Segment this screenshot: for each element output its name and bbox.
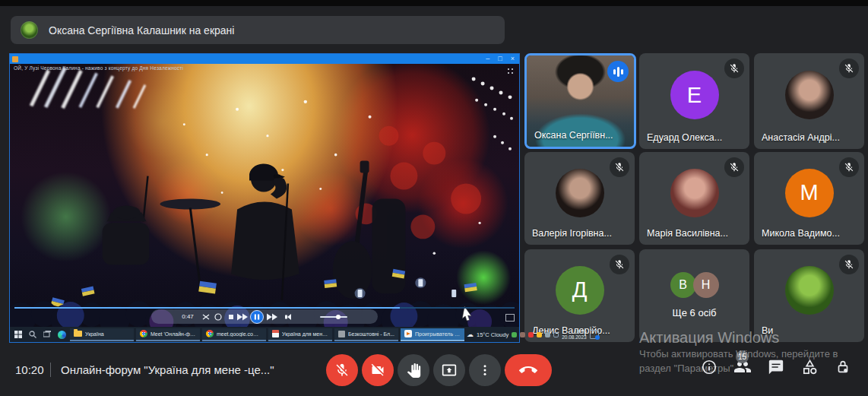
folder-icon	[74, 331, 82, 337]
participant-tile-mykola[interactable]: М Микола Вадимо...	[754, 152, 864, 245]
repeat-icon	[215, 314, 221, 320]
avatar-photo	[670, 169, 719, 217]
participant-tile-eduard[interactable]: Е Едуард Олекса...	[639, 53, 749, 149]
avatar-photo	[785, 266, 834, 315]
mic-off-icon	[724, 157, 744, 177]
tray-clock[interactable]: 18:20 20.08.2023	[562, 329, 587, 341]
overflow-avatars: В Н	[639, 272, 749, 298]
window-minimize-icon[interactable]: –	[486, 54, 489, 64]
participant-name: Едуард Олекса...	[647, 132, 722, 143]
player-buttons[interactable]	[200, 310, 314, 324]
chrome-icon	[140, 330, 147, 337]
avatar-letter: Е	[670, 71, 719, 119]
activities-icon[interactable]	[800, 358, 819, 376]
pip-dots-icon[interactable]	[507, 68, 514, 74]
shared-screen[interactable]: – □ × ОЙ, У Лузі Червона Калина - наживо…	[9, 53, 520, 343]
participant-name: Анастасія Андрі...	[762, 132, 840, 143]
more-options-button[interactable]	[469, 354, 501, 386]
taskbar-item-explorer[interactable]: Україна	[70, 328, 134, 341]
avatar-photo	[785, 71, 834, 119]
windows-taskbar: Україна Meet 'Онлайн-фо... meet.google.c…	[10, 327, 519, 342]
camera-off-button[interactable]	[362, 354, 394, 386]
weather-text[interactable]: 15°C Cloudy	[477, 331, 508, 338]
concert-scene	[10, 64, 519, 327]
search-icon[interactable]	[27, 328, 39, 341]
video-title-overlay: ОЙ, У Лузі Червона Калина - наживо з кон…	[14, 65, 183, 71]
clock: 10:20	[15, 363, 44, 376]
document-icon	[272, 330, 279, 337]
participant-tile-valeria[interactable]: Валерія Ігорівна...	[524, 152, 635, 245]
mic-off-icon	[839, 157, 859, 177]
tray-icon-red[interactable]	[528, 332, 534, 337]
divider	[50, 363, 51, 377]
tray-icon-network[interactable]	[553, 332, 559, 337]
mic-off-icon	[839, 255, 859, 274]
tray-icon-green[interactable]	[512, 332, 517, 337]
window-app-icon	[12, 56, 18, 62]
presenter-avatar	[21, 21, 38, 39]
taskbar-item-meet-url[interactable]: meet.google.com ...	[202, 328, 266, 341]
tray-icon-brown[interactable]	[520, 332, 525, 337]
fullscreen-icon[interactable]	[505, 314, 515, 322]
avatar-photo	[556, 169, 604, 217]
participant-name: Ви	[762, 325, 773, 336]
volume-slider[interactable]	[320, 316, 347, 318]
meeting-details-icon[interactable]	[700, 358, 718, 376]
tray-icon-gray[interactable]	[545, 332, 550, 337]
app-icon	[338, 331, 345, 337]
participant-tile-oksana[interactable]: Оксана Сергіївн...	[524, 53, 636, 149]
window-titlebar: – □ ×	[10, 54, 519, 64]
raise-hand-button[interactable]	[398, 354, 429, 386]
present-screen-button[interactable]	[433, 354, 465, 386]
participant-tile-overflow[interactable]: В Н Ще 6 осіб	[639, 249, 749, 342]
volume-icon	[285, 314, 291, 320]
participant-name: Марія Василівна...	[647, 228, 728, 239]
shuffle-icon	[203, 315, 209, 319]
participants-icon[interactable]: 15	[733, 358, 752, 376]
taskbar-item-document[interactable]: Безкоштовні - Бл...	[334, 328, 398, 341]
stop-icon	[229, 315, 233, 319]
presenting-banner-text: Оксана Сергіївна Калашник на екрані	[49, 24, 234, 36]
participant-count-badge: 15	[736, 350, 749, 363]
start-button[interactable]	[12, 328, 24, 341]
window-maximize-icon[interactable]: □	[498, 54, 502, 64]
participant-name: Валерія Ігорівна...	[532, 228, 612, 239]
audio-speaking-indicator	[607, 61, 629, 82]
window-close-icon[interactable]: ×	[511, 54, 515, 64]
concert-video: ОЙ, У Лузі Червона Калина - наживо з кон…	[10, 64, 519, 328]
participant-name: Оксана Сергіївн...	[534, 130, 613, 141]
task-view-icon[interactable]	[41, 328, 53, 341]
meet-bottom-bar: 10:20 Онлайн-форум "Україна для мене -це…	[0, 344, 868, 396]
tray-icon-yellow[interactable]	[537, 332, 542, 337]
edge-icon[interactable]	[55, 328, 68, 341]
mic-muted-button[interactable]	[326, 354, 358, 386]
overflow-count-label: Ще 6 осіб	[639, 307, 749, 318]
participant-tile-anastasia[interactable]: Анастасія Андрі...	[754, 53, 864, 149]
system-tray: ☁ 15°C Cloudy 18:20 20.08.2023	[467, 329, 600, 341]
video-seek-bar[interactable]	[14, 307, 515, 309]
weather-cloud-icon: ☁	[467, 331, 474, 338]
taskbar-item-meet[interactable]: Meet 'Онлайн-фо...	[136, 328, 200, 341]
participant-tile-you[interactable]: Ви	[754, 249, 864, 342]
next-icon	[267, 313, 277, 320]
mic-off-icon	[610, 255, 629, 274]
meeting-title: Онлайн-форум "Україна для мене -це..."	[61, 363, 274, 376]
avatar-letter: Д	[556, 266, 604, 315]
pause-button	[250, 310, 263, 323]
chat-icon[interactable]	[767, 358, 785, 376]
mic-off-icon	[724, 59, 744, 78]
participant-name: Микола Вадимо...	[762, 228, 840, 239]
player-controls[interactable]: 0:47	[151, 309, 378, 324]
top-black-strip	[0, 0, 868, 6]
player-time: 0:47	[182, 313, 194, 320]
notification-center-icon[interactable]	[590, 330, 599, 339]
taskbar-item-media-player[interactable]: Проигрыватель W...	[401, 328, 464, 341]
previous-icon	[237, 313, 248, 320]
taskbar-item-presentation[interactable]: Україна для мене...	[268, 328, 332, 341]
host-controls-icon[interactable]	[834, 358, 852, 376]
end-call-button[interactable]	[505, 354, 552, 386]
avatar-letter: М	[785, 169, 834, 217]
mic-off-icon	[610, 157, 629, 177]
participant-tile-maria[interactable]: Марія Василівна...	[639, 152, 749, 245]
chrome-icon	[206, 330, 214, 337]
